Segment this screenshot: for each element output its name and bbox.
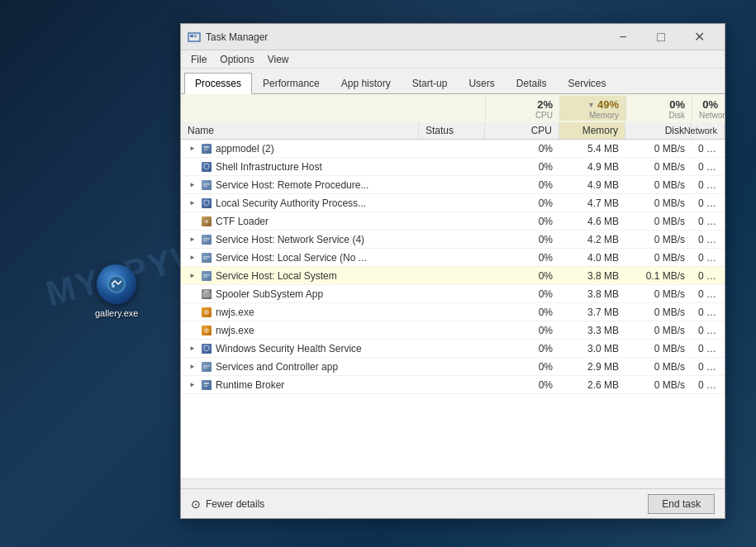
expand-arrow[interactable]: ► <box>188 235 197 245</box>
expand-arrow[interactable]: ► <box>188 180 197 190</box>
process-disk: 0 MB/s <box>625 141 692 156</box>
process-name-cell: Shell Infrastructure Host <box>181 159 419 174</box>
header-disk[interactable]: Disk <box>625 122 692 139</box>
svg-rect-37 <box>204 383 209 384</box>
tab-services[interactable]: Services <box>557 73 616 94</box>
table-row[interactable]: ► Services and Controller app 0% 2.9 MB … <box>181 358 725 376</box>
desktop-icon-label: gallery.exe <box>95 308 138 318</box>
table-row[interactable]: Shell Infrastructure Host 0% 4.9 MB 0 MB… <box>181 158 725 176</box>
process-table[interactable]: ► appmodel (2) 0% 5.4 MB 0 MB/s 0 Mbps <box>181 140 725 478</box>
expand-arrow[interactable]: ► <box>188 344 197 354</box>
minimize-button[interactable]: − <box>604 24 642 50</box>
menu-view[interactable]: View <box>261 51 296 68</box>
svg-rect-23 <box>203 274 210 276</box>
expand-arrow[interactable]: ► <box>188 198 197 208</box>
process-memory: 3.0 MB <box>559 341 625 356</box>
process-name: Local Security Authority Process... <box>216 197 366 209</box>
tab-processes[interactable]: Processes <box>184 73 252 94</box>
table-row[interactable]: ► Windows Security Health Service 0% 3.0… <box>181 340 725 358</box>
process-name: Service Host: Remote Procedure... <box>216 179 368 191</box>
menu-options[interactable]: Options <box>213 51 260 68</box>
table-row[interactable]: Spooler SubSystem App 0% 3.8 MB 0 MB/s 0… <box>181 285 725 303</box>
process-name: nwjs.exe <box>216 325 254 336</box>
tab-bar: Processes Performance App history Start-… <box>181 69 725 94</box>
expand-arrow[interactable]: ► <box>188 144 197 154</box>
process-memory: 2.9 MB <box>559 359 625 374</box>
header-memory[interactable]: Memory <box>559 122 625 139</box>
process-name-cell: ► Runtime Broker <box>181 378 419 392</box>
process-disk: 0 MB/s <box>625 323 692 338</box>
expand-arrow[interactable]: ► <box>188 380 197 390</box>
process-memory: 3.8 MB <box>559 287 625 302</box>
table-row[interactable]: ► Service Host: Remote Procedure... 0% 4… <box>181 176 725 194</box>
svg-rect-22 <box>202 271 212 281</box>
process-status <box>419 183 485 187</box>
process-disk: 0 MB/s <box>625 232 692 247</box>
title-bar: Task Manager − □ ✕ <box>181 24 725 50</box>
process-name-cell: ► Service Host: Local Service (No ... <box>181 250 419 265</box>
expand-arrow[interactable]: ► <box>188 362 197 372</box>
svg-point-29 <box>204 310 209 315</box>
svg-point-0 <box>108 276 125 293</box>
table-row[interactable]: ► Service Host: Network Service (4) 0% 4… <box>181 231 725 249</box>
menu-file[interactable]: File <box>184 51 213 68</box>
close-button[interactable]: ✕ <box>680 24 718 50</box>
process-disk: 0 MB/s <box>625 378 692 392</box>
tab-users[interactable]: Users <box>458 73 505 94</box>
tab-performance[interactable]: Performance <box>252 73 330 94</box>
table-row[interactable]: ► Service Host: Local Service (No ... 0%… <box>181 249 725 267</box>
svg-rect-21 <box>203 258 207 259</box>
table-row[interactable]: CTF Loader 0% 4.6 MB 0 MB/s 0 Mbps <box>181 212 725 231</box>
process-status <box>419 147 485 150</box>
table-row[interactable]: ► appmodel (2) 0% 5.4 MB 0 MB/s 0 Mbps <box>181 140 725 158</box>
table-row[interactable]: nwjs.exe 0% 3.7 MB 0 MB/s 0 Mbps <box>181 303 725 321</box>
table-row[interactable]: ► Runtime Broker 0% 2.6 MB 0 MB/s 0 Mbps <box>181 376 725 394</box>
svg-rect-33 <box>202 362 212 372</box>
table-row[interactable]: nwjs.exe 0% 3.3 MB 0 MB/s 0 Mbps <box>181 321 725 340</box>
process-network: 0 Mbps <box>692 305 725 320</box>
stat-network: 0% Network <box>692 96 725 121</box>
svg-rect-24 <box>203 276 207 278</box>
process-memory: 4.7 MB <box>559 196 625 211</box>
process-cpu: 0% <box>485 178 559 193</box>
process-disk: 0.1 MB/s <box>625 269 692 283</box>
process-network: 0 Mbps <box>692 232 725 247</box>
header-network[interactable]: Network <box>692 122 725 139</box>
process-network: 0 Mbps <box>692 341 725 356</box>
fewer-details-button[interactable]: ⊙ Fewer details <box>191 497 264 511</box>
process-name: Windows Security Health Service <box>216 343 362 354</box>
end-task-button[interactable]: End task <box>648 494 715 514</box>
process-network: 0 Mbps <box>692 269 725 283</box>
svg-rect-35 <box>203 367 207 369</box>
tab-app-history[interactable]: App history <box>330 73 402 94</box>
horizontal-scrollbar[interactable] <box>181 478 725 488</box>
process-status <box>419 329 485 332</box>
svg-rect-11 <box>203 183 210 185</box>
process-disk: 0 MB/s <box>625 159 692 174</box>
gallery-icon <box>105 273 128 296</box>
desktop-icon[interactable]: gallery.exe <box>95 264 138 318</box>
process-name: CTF Loader <box>216 216 269 227</box>
expand-arrow[interactable]: ► <box>188 271 197 281</box>
svg-rect-5 <box>194 36 197 37</box>
process-name-cell: ► Service Host: Local System <box>181 269 419 283</box>
header-cpu[interactable]: CPU <box>485 122 559 139</box>
fewer-details-label: Fewer details <box>206 498 264 510</box>
table-row[interactable]: ► Local Security Authority Process... 0%… <box>181 194 725 212</box>
tab-startup[interactable]: Start-up <box>402 73 459 94</box>
process-network: 0 Mbps <box>692 159 725 174</box>
process-name: nwjs.exe <box>216 307 254 318</box>
header-name[interactable]: Name <box>181 122 419 139</box>
process-disk: 0 MB/s <box>625 359 692 374</box>
content-area: 2% CPU ▼ 49% Memory 0% Disk 0% Network N… <box>181 94 725 488</box>
tab-details[interactable]: Details <box>506 73 558 94</box>
svg-rect-7 <box>204 146 209 148</box>
window-controls: − □ ✕ <box>604 24 718 50</box>
header-status[interactable]: Status <box>419 122 485 139</box>
maximize-button[interactable]: □ <box>642 24 680 50</box>
expand-arrow[interactable]: ► <box>188 253 197 263</box>
svg-rect-34 <box>203 365 210 367</box>
process-name-cell: ► Service Host: Network Service (4) <box>181 232 419 247</box>
expand-spacer <box>188 162 197 172</box>
table-row[interactable]: ► Service Host: Local System 0% 3.8 MB 0… <box>181 267 725 285</box>
